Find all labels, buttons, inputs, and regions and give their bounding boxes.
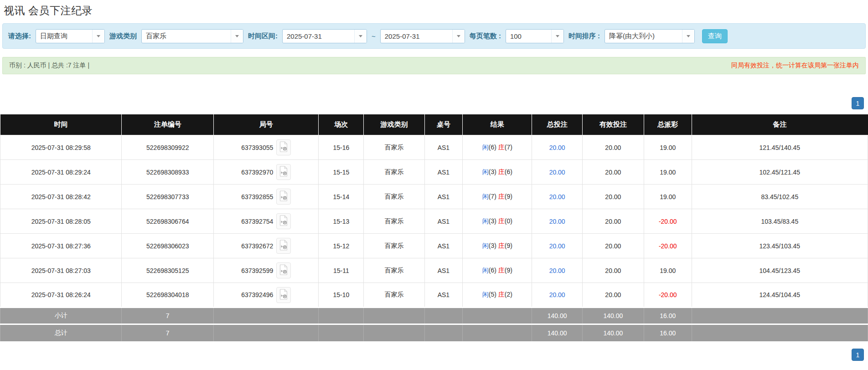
result-banker-label: 庄 xyxy=(498,217,505,225)
total-bet-link[interactable]: 20.00 xyxy=(549,218,565,225)
header-valid-bet: 有效投注 xyxy=(582,114,644,135)
cell-game-type: 百家乐 xyxy=(364,135,424,160)
filter-panel: 请选择: 日期查询 游戏类别 百家乐 时间区间: 2025-07-31 ~ 20… xyxy=(2,23,866,49)
cell-session: 15-12 xyxy=(319,234,364,258)
date-to-value: 2025-07-31 xyxy=(381,30,452,43)
header-payout: 总派彩 xyxy=(644,114,692,135)
video-file-icon xyxy=(279,240,288,252)
cell-bet-id: 522698307733 xyxy=(122,185,214,209)
page-1-button[interactable]: 1 xyxy=(852,349,864,361)
time-sort-select[interactable]: 降幂(由大到小) xyxy=(604,29,695,43)
page-size-value: 100 xyxy=(506,30,551,43)
date-to-select[interactable]: 2025-07-31 xyxy=(380,29,465,43)
total-bet-link[interactable]: 20.00 xyxy=(549,193,565,200)
result-player-score: (3) xyxy=(489,217,496,225)
header-round-id: 局号 xyxy=(214,114,319,135)
cell-session: 15-16 xyxy=(319,135,364,160)
result-player-label: 闲 xyxy=(482,217,489,225)
payout-value: 19.00 xyxy=(660,193,676,200)
total-count: 7 xyxy=(122,324,214,341)
chevron-down-icon[interactable] xyxy=(452,30,465,43)
video-replay-button[interactable] xyxy=(276,164,291,180)
cell-table-no: AS1 xyxy=(424,283,463,308)
query-mode-select[interactable]: 日期查询 xyxy=(36,29,105,43)
cell-payout: 19.00 xyxy=(644,258,692,283)
round-wrap: 637392970 xyxy=(216,164,316,180)
result-banker-label: 庄 xyxy=(498,168,505,175)
result-player-score: (3) xyxy=(489,168,496,175)
video-replay-button[interactable] xyxy=(276,213,291,229)
cell-total-bet: 20.00 xyxy=(532,258,582,283)
cell-total-bet: 20.00 xyxy=(532,283,582,308)
page-size-select[interactable]: 100 xyxy=(506,29,564,43)
video-file-icon xyxy=(279,289,288,301)
cell-remark: 102.45/121.45 xyxy=(692,160,868,185)
result-banker-label: 庄 xyxy=(498,242,505,249)
total-bet-link[interactable]: 20.00 xyxy=(549,267,565,274)
header-total-bet: 总投注 xyxy=(532,114,582,135)
chevron-down-icon[interactable] xyxy=(354,30,367,43)
chevron-down-icon[interactable] xyxy=(92,30,104,43)
round-wrap: 637392672 xyxy=(216,238,316,254)
chevron-down-icon[interactable] xyxy=(551,30,563,43)
chevron-down-icon[interactable] xyxy=(231,30,243,43)
subtotal-count: 7 xyxy=(122,308,214,324)
video-replay-button[interactable] xyxy=(276,189,291,205)
round-wrap: 637392754 xyxy=(216,213,316,229)
date-range-separator: ~ xyxy=(372,32,376,40)
result-player-score: (3) xyxy=(489,242,496,249)
date-from-value: 2025-07-31 xyxy=(283,30,354,43)
result-banker-score: (9) xyxy=(505,267,512,274)
date-from-select[interactable]: 2025-07-31 xyxy=(282,29,367,43)
result-banker-score: (0) xyxy=(505,217,512,225)
cell-game-type: 百家乐 xyxy=(364,185,424,209)
round-id-text: 637392855 xyxy=(241,193,273,200)
page-1-button[interactable]: 1 xyxy=(852,97,864,109)
subtotal-label: 小计 xyxy=(0,308,122,324)
total-bet-link[interactable]: 20.00 xyxy=(549,242,565,250)
page-size-label: 每页笔数 : xyxy=(470,32,501,41)
video-replay-button[interactable] xyxy=(276,139,291,155)
result-banker-score: (6) xyxy=(505,168,512,175)
result-banker-score: (2) xyxy=(505,291,512,298)
cell-remark: 123.45/103.45 xyxy=(692,234,868,258)
cell-game-type: 百家乐 xyxy=(364,258,424,283)
query-mode-value: 日期查询 xyxy=(36,30,92,43)
cell-payout: -20.00 xyxy=(644,283,692,308)
payout-value: 19.00 xyxy=(660,267,676,274)
cell-table-no: AS1 xyxy=(424,185,463,209)
result-player-label: 闲 xyxy=(482,193,489,200)
result-player-score: (7) xyxy=(489,193,496,200)
search-button[interactable]: 查询 xyxy=(702,29,728,43)
payout-value: -20.00 xyxy=(659,218,677,225)
total-valid-bet: 140.00 xyxy=(582,324,644,341)
round-id-text: 637392672 xyxy=(241,242,273,250)
cell-bet-id: 522698304018 xyxy=(122,283,214,308)
video-replay-button[interactable] xyxy=(276,262,291,278)
cell-time: 2025-07-31 08:27:03 xyxy=(0,258,122,283)
cell-game-type: 百家乐 xyxy=(364,209,424,234)
table-body: 2025-07-31 08:29:58522698309922637393055… xyxy=(0,135,868,308)
cell-round-id: 637392496 xyxy=(214,283,319,308)
result-player-score: (5) xyxy=(489,291,496,298)
total-bet-link[interactable]: 20.00 xyxy=(549,291,565,298)
cell-table-no: AS1 xyxy=(424,160,463,185)
cell-time: 2025-07-31 08:28:42 xyxy=(0,185,122,209)
cell-time: 2025-07-31 08:28:05 xyxy=(0,209,122,234)
header-remark: 备注 xyxy=(692,114,868,135)
table-row: 2025-07-31 08:29:58522698309922637393055… xyxy=(0,135,868,160)
result-banker-label: 庄 xyxy=(498,193,505,200)
total-bet-link[interactable]: 20.00 xyxy=(549,144,565,151)
cell-time: 2025-07-31 08:27:36 xyxy=(0,234,122,258)
video-replay-button[interactable] xyxy=(276,238,291,254)
video-replay-button[interactable] xyxy=(276,287,291,303)
total-bet-link[interactable]: 20.00 xyxy=(549,169,565,176)
round-id-text: 637392496 xyxy=(241,291,273,298)
chevron-down-icon[interactable] xyxy=(682,30,694,43)
header-session: 场次 xyxy=(319,114,364,135)
cell-round-id: 637392754 xyxy=(214,209,319,234)
table-row: 2025-07-31 08:28:05522698306764637392754… xyxy=(0,209,868,234)
cell-bet-id: 522698306023 xyxy=(122,234,214,258)
payout-value: -20.00 xyxy=(659,291,677,298)
game-type-select[interactable]: 百家乐 xyxy=(141,29,243,43)
